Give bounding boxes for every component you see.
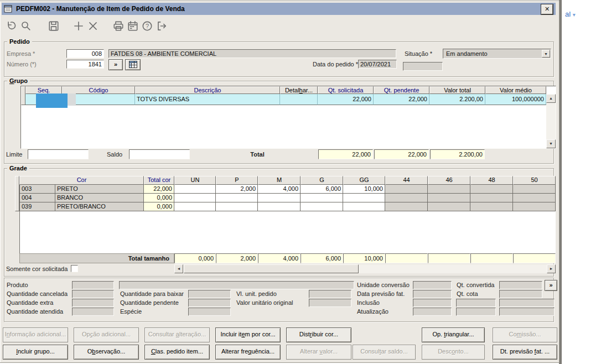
print-button[interactable] <box>112 20 125 32</box>
somente-cor-checkbox[interactable] <box>71 265 78 272</box>
grade-hscroll-right[interactable]: ► <box>547 264 556 273</box>
arrow-down-icon: ▼ <box>549 142 553 145</box>
grade-hscroll-left[interactable]: ◄ <box>174 264 183 273</box>
grade-row3-un[interactable] <box>174 202 216 211</box>
detail-zoom-button[interactable]: » <box>545 280 557 291</box>
help-button[interactable]: ? <box>141 20 153 32</box>
saldo-input[interactable] <box>129 149 190 159</box>
empresa-input[interactable]: 008 <box>66 49 104 58</box>
opcao-adicional-button[interactable]: Opção adicional... <box>74 327 139 342</box>
grupo-col-qt-pendente[interactable]: Qt. pendente <box>374 86 429 94</box>
grade-row3-gg[interactable] <box>343 202 385 211</box>
grade-col-44[interactable]: 44 <box>385 176 428 185</box>
grupo-row-qt-solicitada-cell[interactable]: 22,000 <box>318 94 374 105</box>
comissao-button[interactable]: Comissão... <box>493 327 557 342</box>
grupo-vscroll-up[interactable]: ▲ <box>546 94 556 103</box>
numero-zoom-button[interactable]: » <box>108 59 123 70</box>
consultar-saldo-button[interactable]: Consultar saldo... <box>353 345 416 360</box>
grupo-row-valor-medio-cell[interactable]: 100,000000 <box>485 94 546 105</box>
grade-row3-codigo[interactable]: 039 <box>19 202 55 211</box>
save-button[interactable] <box>48 20 60 32</box>
title-bar[interactable]: PEDFM002 - Manutenção de Item de Pedido … <box>2 3 556 15</box>
calendar-button[interactable] <box>127 20 139 32</box>
limite-input[interactable] <box>28 149 89 159</box>
grade-row1-p[interactable]: 2,000 <box>216 185 258 194</box>
grade-row3-m[interactable] <box>258 202 301 211</box>
grupo-row-valor-total-cell[interactable]: 2.200,00 <box>429 94 485 105</box>
grade-row1-g[interactable]: 6,000 <box>301 185 343 194</box>
grade-row2-44 <box>385 194 428 202</box>
dt-previsao-fat-button[interactable]: Dt. previsão fat. ... <box>493 345 557 360</box>
grade-row1-cor[interactable]: PRETO <box>55 185 144 194</box>
numero-input[interactable]: 1841 <box>66 60 104 69</box>
grupo-col-detalhar[interactable]: Detalhar... <box>280 86 318 94</box>
arrow-right-icon: ► <box>550 267 553 271</box>
undo-button[interactable] <box>5 20 17 32</box>
atualizacao-field-2 <box>456 308 496 316</box>
grupo-row-qt-pendente-cell[interactable]: 22,000 <box>374 94 429 105</box>
grade-col-g[interactable]: G <box>301 176 343 185</box>
host-link-text[interactable]: al <box>565 10 571 18</box>
grade-col-un[interactable]: UN <box>174 176 216 185</box>
grade-col-m[interactable]: M <box>258 176 301 185</box>
grade-row2-total: 0,000 <box>144 194 174 202</box>
grade-col-50[interactable]: 50 <box>513 176 556 185</box>
add-button[interactable] <box>72 20 85 32</box>
grade-row1-m[interactable]: 4,000 <box>258 185 301 194</box>
grade-total-label: Total tamanho <box>128 255 169 262</box>
grade-col-gg[interactable]: GG <box>343 176 385 185</box>
grupo-col-valor-total[interactable]: Valor total <box>429 86 485 94</box>
grupo-row-detalhar-cell[interactable] <box>280 94 318 105</box>
grade-total-46 <box>428 253 470 263</box>
grupo-row-header-stub <box>21 86 25 105</box>
alterar-valor-button[interactable]: Alterar valor... <box>286 345 351 360</box>
incluir-item-por-cor-button[interactable]: Incluir item por cor... <box>215 327 281 342</box>
grade-col-46[interactable]: 46 <box>428 176 470 185</box>
grade-hscroll-thumb[interactable] <box>184 264 359 273</box>
host-page-link[interactable]: al ▾ <box>565 10 576 18</box>
grade-row2-cor[interactable]: BRANCO <box>55 194 144 202</box>
grade-row3-p[interactable] <box>216 202 258 211</box>
grade-col-p[interactable]: P <box>216 176 258 185</box>
grupo-col-codigo[interactable]: Código <box>62 86 135 94</box>
grade-row2-p[interactable] <box>216 194 258 202</box>
grade-col-total-cor[interactable]: Total cor <box>144 176 174 185</box>
grade-row2-g[interactable] <box>301 194 343 202</box>
grade-col-48[interactable]: 48 <box>470 176 513 185</box>
op-triangular-button[interactable]: Op. triangular... <box>422 327 485 342</box>
grade-row2-codigo[interactable]: 004 <box>19 194 55 202</box>
situacao-dropdown-icon[interactable]: ▼ <box>542 50 550 58</box>
grade-row3-cor[interactable]: PRETO/BRANCO <box>55 202 144 211</box>
grade-row1-codigo[interactable]: 003 <box>19 185 55 194</box>
grupo-vscroll-down[interactable]: ▼ <box>546 139 556 148</box>
grupo-col-descricao[interactable]: Descrição <box>135 86 280 94</box>
informacao-adicional-button[interactable]: Informação adicional... <box>3 327 68 342</box>
incluir-grupo-button[interactable]: Incluir grupo... <box>3 345 68 360</box>
grupo-row-descricao-cell[interactable]: TOTVS DIVERSAS <box>135 94 280 105</box>
search-button[interactable] <box>20 20 32 32</box>
grade-row3-g[interactable] <box>301 202 343 211</box>
produto-field <box>72 281 114 289</box>
grade-row2-m[interactable] <box>258 194 301 202</box>
distribuir-cor-button[interactable]: Distribuir cor... <box>286 327 351 342</box>
situacao-aux-field <box>403 62 443 71</box>
grade-row2-gg[interactable] <box>343 194 385 202</box>
grid-lookup-button[interactable] <box>125 59 141 70</box>
exit-button[interactable] <box>156 20 168 32</box>
grade-row1-gg[interactable]: 10,000 <box>343 185 385 194</box>
clas-pedido-item-button[interactable]: Clas. pedido item... <box>144 345 210 360</box>
grupo-col-qt-solicitada[interactable]: Qt. solicitada <box>318 86 374 94</box>
situacao-value: Em andamento <box>444 50 488 57</box>
grade-col-cor[interactable]: Cor <box>19 176 144 185</box>
close-button[interactable]: ✕ <box>541 4 553 14</box>
alterar-frequencia-button[interactable]: Alterar frequência... <box>215 345 281 360</box>
delete-button[interactable] <box>87 20 99 32</box>
grupo-col-valor-medio[interactable]: Valor médio <box>485 86 546 94</box>
grade-row2-un[interactable] <box>174 194 216 202</box>
consultar-alteracao-button[interactable]: Consultar alteração... <box>144 327 210 342</box>
situacao-combo[interactable]: Em andamento ▼ <box>443 49 551 59</box>
grupo-col-seq[interactable]: Seq. <box>25 86 62 94</box>
desconto-button[interactable]: Desconto... <box>422 345 485 360</box>
observacao-button[interactable]: Observação... <box>74 345 139 360</box>
grade-row1-un[interactable] <box>174 185 216 194</box>
